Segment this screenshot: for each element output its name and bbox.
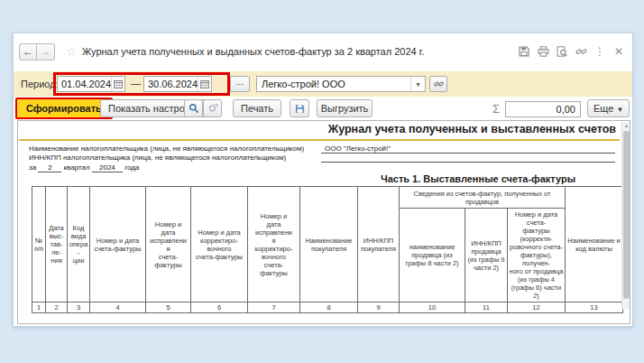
year-value: 2024 [92,163,123,172]
title-bar: ← → ☆ Журнал учета полученных и выданных… [14,33,632,71]
report-window: ← → ☆ Журнал учета полученных и выданных… [13,33,633,327]
save-report-button[interactable] [290,99,309,117]
date-to-field[interactable]: 30.06.2024 [143,76,212,92]
col-num-3: 3 [68,302,90,313]
back-icon: ← [23,45,33,58]
window-actions: ⋮ ✕ [518,45,625,58]
calendar-icon[interactable] [111,77,124,91]
link-icon[interactable] [575,45,587,58]
chevron-down-icon[interactable]: ▾ [410,77,425,91]
col-num-8: 8 [300,302,358,313]
col-num-1: 1 [32,302,46,313]
invoice-journal-table: № п/п Дата выс- тав- ле- ния Код вида оп… [32,186,623,313]
col-num-7: 7 [248,302,300,313]
col-header-2: Дата выс- тав- ле- ния [46,187,68,302]
preview-icon[interactable] [556,45,568,58]
col-header-6: Номер и дата корректиро- вочного счета-ф… [191,187,248,302]
col-num-6: 6 [191,302,248,313]
date-from-value: 01.04.2024 [58,79,111,89]
col-header-11: ИНН/КПП продавца (из графы 9 части 2) [465,209,508,302]
search-next-icon [207,103,218,114]
col-num-9: 9 [358,302,400,313]
col-header-8: Наименование покупателя [300,187,358,302]
calendar-icon[interactable] [198,77,211,91]
col-num-11: 11 [465,302,508,313]
col-num-10: 10 [400,302,465,313]
history-nav: ← → [19,43,55,60]
generate-button[interactable]: Сформировать [15,98,113,119]
report-title: Журнал учета полученных и выставленных с… [328,123,616,135]
more-options-icon[interactable]: ⋮ [593,45,606,58]
period-label: Период: [21,79,59,89]
forward-icon: → [41,45,51,58]
period-options-button[interactable]: ... [230,76,250,92]
col-header-4: Номер и дата счета-фактуры [90,187,146,302]
organization-field[interactable]: Легко-строй! ООО ▾ [256,76,426,92]
sum-value: 0,00 [506,104,580,115]
print-button[interactable]: Печать [233,99,281,117]
desktop-background: ← → ☆ Журнал учета полученных и выданных… [0,0,644,363]
organization-link-button[interactable] [429,76,447,92]
search-button[interactable] [184,99,203,117]
col-num-5: 5 [146,302,191,313]
close-icon[interactable]: ✕ [612,45,625,58]
chevron-down-icon: ▼ [616,106,623,114]
col-num-2: 2 [46,302,68,313]
sigma-icon: Σ [492,102,500,116]
quarter-value: 2 [38,163,61,172]
period-row: Период: 01.04.2024 — 30.06.2024 ... Легк… [14,71,632,97]
taxpayer-inn-label: ИНН/КПП налогоплательщика (лица, не явля… [29,154,286,162]
col-header-12: Номер и дата счета- фактуры (корректи- р… [508,209,566,302]
forward-button[interactable]: → [37,43,55,60]
floppy-icon [295,104,305,114]
part1-title: Часть 1. Выставленные счета-фактуры [352,173,604,184]
back-button[interactable]: ← [19,43,37,60]
group-header-sellers: Сведения из счетов-фактур, полученных от… [400,187,566,209]
window-title: Журнал учета полученных и выданных счето… [82,46,424,57]
export-button[interactable]: Выгрузить [317,99,373,117]
col-header-7: Номер и дата исправлени я корректиро- во… [248,187,300,302]
col-header-3: Код вида опера - ции [68,187,90,302]
taxpayer-inn-value [321,154,615,163]
date-from-field[interactable]: 01.04.2024 [57,76,125,92]
search-next-button[interactable] [203,99,222,117]
taxpayer-name-value: ООО "Легко-строй!" [321,144,615,154]
title-separator [19,139,620,141]
more-button[interactable]: Еще▼ [587,99,630,117]
organization-value: Легко-строй! ООО [257,79,410,89]
quarter-line: за 2 квартал 2024 года [29,163,139,172]
save-icon[interactable] [518,45,530,58]
col-header-1: № п/п [32,187,46,302]
report-toolbar: Сформировать Показать настройки Печать В… [14,97,632,120]
print-icon[interactable] [537,45,549,58]
col-num-4: 4 [90,302,146,313]
col-header-13: Наименование и код валюты [566,187,623,302]
favorite-star-icon[interactable]: ☆ [66,44,78,59]
col-num-13: 13 [566,302,623,313]
report-document: Журнал учета полученных и выставленных с… [17,120,630,324]
date-to-value: 30.06.2024 [144,79,198,89]
vertical-scrollbar[interactable]: ▲ [621,122,630,309]
search-icon [189,103,199,114]
col-num-12: 12 [508,302,566,313]
col-header-9: ИНН/КПП покупателя [358,187,400,302]
scroll-up-icon[interactable]: ▲ [622,122,630,130]
period-dash: — [131,78,141,88]
taxpayer-name-label: Наименование налогоплательщика (лица, не… [29,144,304,153]
scrollbar-thumb[interactable] [623,131,630,299]
sum-field[interactable]: 0,00 [505,101,581,117]
col-header-5: Номер и дата исправлени я счета- фактуры [146,187,191,302]
col-header-10: наименование продавца (из графы 8 части … [400,209,465,302]
chain-icon [434,79,444,88]
